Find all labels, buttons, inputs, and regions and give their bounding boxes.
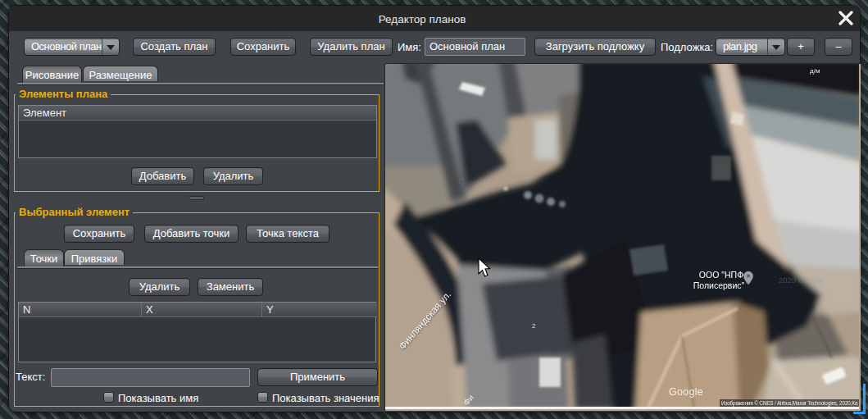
svg-text:2020 Google: 2020 Google: [779, 276, 823, 285]
svg-text:Google: Google: [459, 178, 486, 187]
svg-text:Google: Google: [669, 386, 703, 398]
svg-text:д/м: д/м: [810, 67, 820, 75]
svg-text:ООО "НПФ: ООО "НПФ: [699, 270, 743, 280]
svg-text:Изображения © CNES / Airbus,Ma: Изображения © CNES / Airbus,Maxar Techno…: [721, 400, 858, 407]
svg-text:2: 2: [532, 322, 536, 330]
svg-text:Полисервис": Полисервис": [693, 280, 745, 290]
